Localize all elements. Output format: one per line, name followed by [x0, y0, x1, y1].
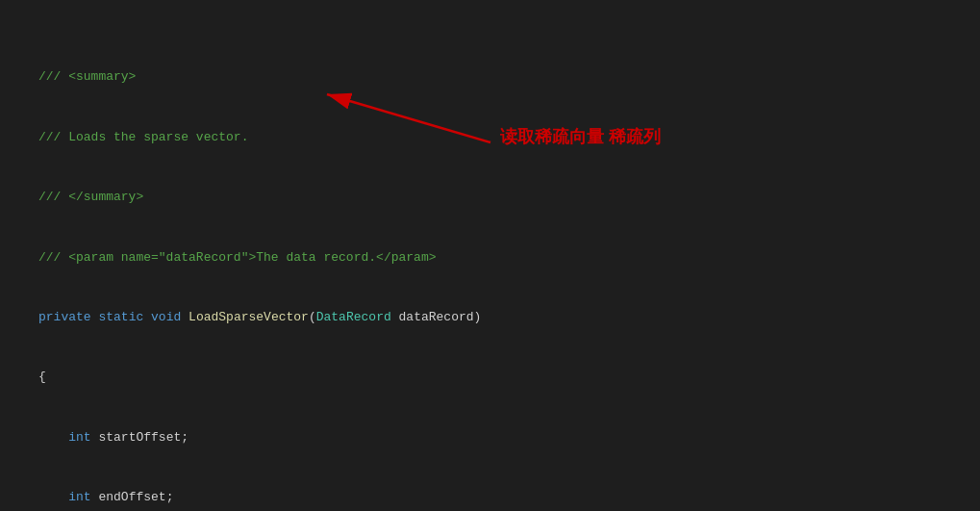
code-line-3: /// </summary> — [0, 188, 980, 208]
code-line-6: { — [0, 368, 980, 388]
code-line-4: /// <param name="dataRecord">The data re… — [0, 248, 980, 268]
annotation-label: 读取稀疏向量 稀疏列 — [500, 125, 661, 148]
code-line-5: private static void LoadSparseVector(Dat… — [0, 308, 980, 328]
code-line-1: /// <summary> — [0, 67, 980, 88]
code-line-8: int endOffset; — [0, 488, 980, 508]
code-line-2: /// Loads the sparse vector. — [0, 128, 980, 148]
code-editor: /// <summary> /// Loads the sparse vecto… — [0, 0, 980, 511]
code-line-7: int startOffset; — [0, 428, 980, 448]
